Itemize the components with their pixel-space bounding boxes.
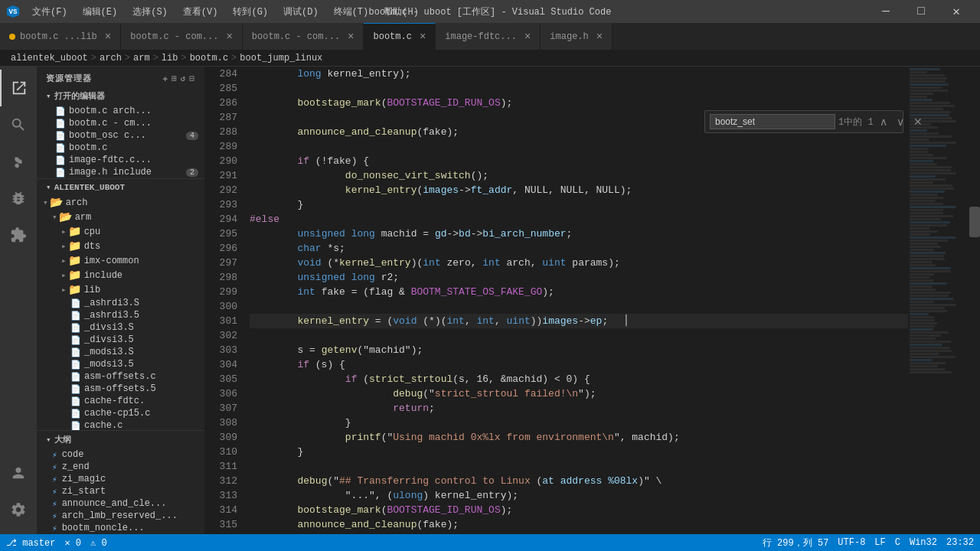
minimap-line (910, 316, 934, 318)
tree-item-8[interactable]: 📄_ashrdi3.5 (37, 309, 204, 321)
status-language[interactable]: C (895, 537, 900, 548)
menu-edit[interactable]: 编辑(E) (77, 4, 124, 20)
tree-item-2[interactable]: ▸📁cpu (37, 224, 204, 239)
tree-item-7[interactable]: 📄_ashrdi3.S (37, 297, 204, 309)
find-input[interactable] (710, 114, 835, 129)
outline-item-6[interactable]: ⚡bootm_noncle... (37, 522, 204, 534)
tab-tab6[interactable]: image.h× (541, 23, 612, 50)
tab-tab1[interactable]: bootm.c ...lib× (0, 23, 121, 50)
find-next-button[interactable]: ∨ (893, 114, 907, 129)
tab-close-tab4[interactable]: × (420, 31, 426, 43)
breadcrumb-part-2[interactable]: arch (100, 53, 122, 64)
open-editor-item-5[interactable]: 📄image.h include2 (37, 166, 204, 178)
open-editor-item-0[interactable]: 📄bootm.c arch... (37, 105, 204, 117)
breadcrumb-part-4[interactable]: arm (133, 53, 150, 64)
status-eol[interactable]: LF (874, 537, 885, 548)
activity-search-icon[interactable] (0, 106, 37, 143)
outline-symbol-icon: ⚡ (52, 474, 57, 484)
status-warnings[interactable]: ⚠ 0 (90, 537, 107, 549)
menu-goto[interactable]: 转到(G) (227, 4, 274, 20)
code-area[interactable]: long kernel_entry); bootstage_mark(BOOTS… (243, 67, 908, 534)
outline-item-0[interactable]: ⚡code (37, 448, 204, 461)
menu-select[interactable]: 选择(S) (126, 4, 174, 20)
scroll-thumb[interactable] (969, 207, 980, 237)
menu-view[interactable]: 查看(V) (177, 4, 224, 20)
tree-item-1[interactable]: ▾📂arm (37, 210, 204, 224)
tree-item-16[interactable]: 📄cache-cp15.c (37, 407, 204, 419)
tab-close-tab3[interactable]: × (348, 31, 354, 43)
tree-item-12[interactable]: 📄_modsi3.5 (37, 358, 204, 370)
outline-item-1[interactable]: ⚡z_end (37, 461, 204, 473)
open-editor-item-4[interactable]: 📄image-fdtc.c... (37, 154, 204, 166)
activity-scm-icon[interactable] (0, 143, 37, 180)
tree-item-10[interactable]: 📄_divsi3.5 (37, 334, 204, 346)
tab-tab4[interactable]: bootm.c× (364, 23, 436, 50)
find-prev-button[interactable]: ∧ (877, 114, 890, 129)
minimap-line (910, 108, 943, 110)
sidebar-refresh-icon[interactable]: ↺ (181, 73, 187, 83)
status-errors[interactable]: ✕ 0 (64, 537, 81, 549)
activity-explorer-icon[interactable] (0, 70, 37, 106)
tab-close-tab1[interactable]: × (105, 31, 111, 43)
activity-account-icon[interactable] (0, 455, 37, 491)
outline-item-4[interactable]: ⚡announce_and_cle... (37, 497, 204, 510)
tab-tab5[interactable]: image-fdtc...× (436, 23, 541, 50)
find-close-button[interactable]: ✕ (910, 114, 926, 129)
minimap-line (910, 209, 943, 211)
tab-close-tab6[interactable]: × (596, 31, 603, 43)
tab-tab3[interactable]: bootm.c - com...× (243, 23, 364, 50)
status-position[interactable]: 行 299，列 57 (763, 536, 828, 549)
token: int (423, 256, 440, 270)
breadcrumb-part-8[interactable]: bootm.c (190, 53, 228, 64)
minimap-line (910, 71, 927, 73)
outline-item-2[interactable]: ⚡zi_magic (37, 473, 204, 485)
code-line-291: do_nonsec_virt_switch(); (250, 168, 908, 183)
sidebar-new-folder-icon[interactable]: ⊞ (172, 73, 178, 83)
tree-item-4[interactable]: ▸📁imx-common (37, 253, 204, 268)
token: bootstage_mark (297, 96, 381, 110)
explorer-header[interactable]: ▾ ALIENTEK_UBOOT (37, 179, 204, 195)
menu-terminal[interactable]: 终端(T) (328, 4, 375, 20)
outline-symbol-icon: ⚡ (52, 511, 57, 521)
minimize-button[interactable]: — (868, 0, 903, 23)
status-platform[interactable]: Win32 (910, 537, 937, 548)
tree-item-11[interactable]: 📄_modsi3.S (37, 346, 204, 358)
tree-item-0[interactable]: ▾📂arch (37, 195, 204, 210)
tree-item-14[interactable]: 📄asm-offsets.5 (37, 383, 204, 395)
status-encoding[interactable]: UTF-8 (838, 537, 865, 548)
tab-tab2[interactable]: bootm.c - com...× (121, 23, 243, 50)
open-editor-item-1[interactable]: 📄bootm.c - cm... (37, 117, 204, 129)
scroll-track[interactable] (969, 67, 980, 534)
tree-item-13[interactable]: 📄asm-offsets.c (37, 370, 204, 383)
open-editors-header[interactable]: ▾ 打开的编辑器 (37, 87, 204, 105)
breadcrumb-part-6[interactable]: lib (162, 53, 178, 64)
activity-debug-icon[interactable] (0, 180, 37, 217)
tree-item-5[interactable]: ▸📁include (37, 268, 204, 282)
open-editor-item-3[interactable]: 📄bootm.c (37, 142, 204, 154)
tab-close-tab2[interactable]: × (226, 31, 232, 43)
outline-header[interactable]: ▾ 大纲 (37, 431, 204, 448)
open-editor-label-1: bootm.c - cm... (69, 118, 152, 129)
close-button[interactable]: ✕ (939, 0, 974, 23)
tree-item-6[interactable]: ▸📁lib (37, 282, 204, 297)
tree-item-15[interactable]: 📄cache-fdtc. (37, 395, 204, 407)
token: = ( (369, 314, 393, 328)
outline-item-5[interactable]: ⚡arch_lmb_reserved_... (37, 510, 204, 522)
menu-debug[interactable]: 调试(D) (277, 4, 325, 20)
outline-item-3[interactable]: ⚡zi_start (37, 485, 204, 497)
sidebar-new-file-icon[interactable]: ✚ (163, 73, 169, 83)
maximize-button[interactable]: □ (903, 0, 939, 23)
tree-item-3[interactable]: ▸📁dts (37, 239, 204, 253)
breadcrumb-part-0[interactable]: alientek_uboot (11, 53, 88, 64)
open-editor-item-2[interactable]: 📄bootm_osc c...4 (37, 129, 204, 142)
sidebar-collapse-icon[interactable]: ⊟ (189, 73, 195, 83)
status-branch[interactable]: ⎇ master (6, 537, 55, 549)
tab-close-tab5[interactable]: × (524, 31, 531, 43)
menu-file[interactable]: 文件(F) (26, 4, 74, 20)
activity-extensions-icon[interactable] (0, 217, 37, 253)
tree-item-17[interactable]: 📄cache.c (37, 419, 204, 430)
activity-settings-icon[interactable] (0, 491, 37, 528)
tree-item-9[interactable]: 📄_divsi3.S (37, 321, 204, 334)
breadcrumb-part-10[interactable]: boot_jump_linux (240, 53, 322, 64)
minimap-line (910, 151, 928, 153)
